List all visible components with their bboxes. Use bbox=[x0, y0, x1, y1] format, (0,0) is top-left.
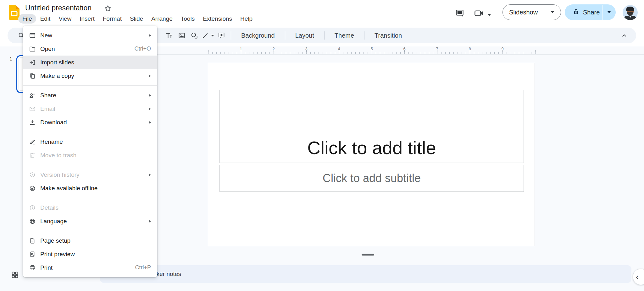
star-icon[interactable] bbox=[104, 4, 112, 13]
slideshow-button[interactable]: Slideshow bbox=[503, 9, 544, 16]
menu-separator bbox=[23, 198, 157, 198]
open-side-panel-button[interactable]: ‹ bbox=[633, 269, 644, 285]
text-box-icon[interactable] bbox=[163, 29, 175, 42]
menu-arrange[interactable]: Arrange bbox=[147, 14, 177, 24]
menu-help[interactable]: Help bbox=[236, 14, 257, 24]
file-menu-item-page-setup[interactable]: Page setup bbox=[23, 234, 157, 247]
submenu-arrow-icon bbox=[149, 94, 151, 97]
notes-resize-handle[interactable] bbox=[362, 254, 374, 256]
submenu-arrow-icon bbox=[149, 220, 151, 223]
file-menu-item-import-slides[interactable]: Import slides bbox=[23, 56, 157, 69]
file-menu-item-make-a-copy[interactable]: Make a copy bbox=[23, 69, 157, 83]
slide-canvas[interactable]: Click to add title Click to add subtitle bbox=[208, 63, 535, 246]
menu-extensions[interactable]: Extensions bbox=[199, 14, 236, 24]
slideshow-dropdown-arrow-icon[interactable] bbox=[544, 11, 561, 13]
submenu-arrow-icon bbox=[149, 121, 151, 124]
meet-camera-button[interactable] bbox=[472, 7, 486, 19]
menu-separator bbox=[23, 132, 157, 132]
menu-separator bbox=[23, 85, 157, 86]
file-menu-item-language[interactable]: Language bbox=[23, 214, 157, 228]
file-menu-item-share[interactable]: Share bbox=[23, 89, 157, 102]
slide-number-label: 1 bbox=[9, 57, 12, 62]
file-menu-item-rename[interactable]: Rename bbox=[23, 135, 157, 148]
slides-logo[interactable] bbox=[9, 5, 19, 20]
transition-button[interactable]: Transition bbox=[368, 28, 409, 43]
submenu-arrow-icon bbox=[149, 107, 151, 110]
file-menu-item-print[interactable]: PrintCtrl+P bbox=[23, 261, 157, 274]
menu-separator bbox=[23, 231, 157, 231]
file-menu-item-open[interactable]: OpenCtrl+O bbox=[23, 42, 157, 56]
theme-button[interactable]: Theme bbox=[328, 28, 361, 43]
background-button[interactable]: Background bbox=[234, 28, 282, 43]
file-menu-item-version-history: Version history bbox=[23, 168, 157, 181]
add-comment-icon[interactable] bbox=[215, 29, 228, 42]
file-menu-item-move-to-trash: Move to trash bbox=[23, 148, 157, 162]
share-button-label: Share bbox=[583, 9, 600, 16]
document-title[interactable]: Untitled presentation bbox=[25, 4, 92, 12]
toolbar-separator bbox=[364, 31, 364, 40]
google-slides-app: Untitled presentation File Edit View Ins… bbox=[0, 0, 644, 291]
subtitle-placeholder[interactable]: Click to add subtitle bbox=[219, 165, 524, 192]
account-avatar[interactable] bbox=[623, 5, 638, 20]
title-placeholder[interactable]: Click to add title bbox=[219, 90, 524, 163]
hide-menus-chevron-up-icon[interactable] bbox=[620, 32, 628, 40]
file-menu-item-print-preview[interactable]: Print preview bbox=[23, 247, 157, 261]
menu-tools[interactable]: Tools bbox=[177, 14, 199, 24]
file-menu-item-details: Details bbox=[23, 201, 157, 214]
file-menu-item-download[interactable]: Download bbox=[23, 116, 157, 129]
speaker-notes-placeholder: Click to add speaker notes bbox=[100, 265, 631, 283]
menu-view[interactable]: View bbox=[54, 14, 75, 24]
file-menu-dropdown: New OpenCtrl+O Import slides Make a copy… bbox=[23, 26, 157, 277]
toolbar-separator bbox=[324, 31, 325, 40]
speaker-notes-bar[interactable]: Click to add speaker notes bbox=[100, 265, 631, 283]
share-button-group: Share bbox=[565, 4, 616, 20]
menu-file[interactable]: File bbox=[18, 14, 36, 24]
file-menu-item-email: Email bbox=[23, 102, 157, 116]
insert-shape-icon[interactable] bbox=[188, 29, 201, 42]
meet-dropdown-arrow-icon[interactable] bbox=[486, 9, 492, 21]
submenu-arrow-icon bbox=[149, 34, 151, 37]
menu-bar: File Edit View Insert Format Slide Arran… bbox=[18, 14, 257, 24]
slideshow-button-group: Slideshow bbox=[502, 4, 561, 20]
file-menu-item-new[interactable]: New bbox=[23, 29, 157, 42]
horizontal-ruler: 1 2 3 4 5 6 7 8 9 bbox=[208, 46, 536, 55]
menu-edit[interactable]: Edit bbox=[36, 14, 55, 24]
ruler-bottom-border bbox=[100, 54, 644, 55]
insert-line-icon[interactable] bbox=[201, 29, 210, 42]
menu-format[interactable]: Format bbox=[99, 14, 126, 24]
line-dropdown-arrow-icon[interactable] bbox=[210, 35, 215, 36]
share-dropdown-arrow-icon[interactable] bbox=[602, 11, 616, 13]
insert-image-icon[interactable] bbox=[175, 29, 188, 42]
share-button[interactable]: Share bbox=[565, 8, 602, 17]
file-menu-item-make-available-offline[interactable]: Make available offline bbox=[23, 181, 157, 195]
menu-slide[interactable]: Slide bbox=[126, 14, 147, 24]
lock-icon bbox=[572, 8, 580, 17]
comments-button[interactable] bbox=[453, 7, 466, 19]
submenu-arrow-icon bbox=[149, 74, 151, 78]
toolbar-insert-group: Background Layout Theme Transition bbox=[163, 28, 409, 43]
submenu-arrow-icon bbox=[149, 173, 151, 176]
menu-separator bbox=[23, 165, 157, 165]
menu-insert[interactable]: Insert bbox=[75, 14, 99, 24]
layout-button[interactable]: Layout bbox=[288, 28, 321, 43]
grid-view-icon[interactable] bbox=[10, 270, 19, 279]
toolbar-separator bbox=[285, 31, 285, 40]
toolbar-separator bbox=[231, 31, 231, 40]
